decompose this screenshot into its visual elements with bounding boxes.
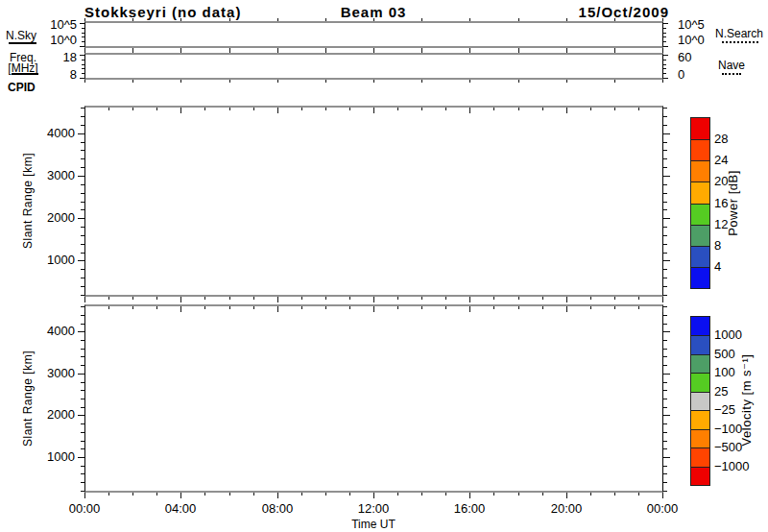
tick-mark [663, 142, 667, 143]
power-colorbar-tick-label: 28 [714, 132, 728, 146]
tick-mark [84, 306, 85, 312]
tick-mark [277, 108, 278, 113]
tick-mark [277, 306, 278, 312]
tick-mark [397, 108, 398, 110]
tick-mark [81, 244, 84, 245]
tick-mark [277, 50, 278, 53]
power-colorbar-segment [691, 160, 709, 181]
tick-mark [349, 493, 350, 496]
tick-mark [663, 390, 667, 391]
tick-mark [663, 184, 667, 185]
tick-mark [82, 64, 84, 65]
power-colorbar-segment [691, 181, 709, 204]
power-colorbar-tick-label: 8 [714, 238, 721, 253]
tick-mark [421, 80, 422, 83]
tick-mark [663, 73, 666, 74]
tick-mark [614, 50, 615, 53]
tick-mark [469, 297, 470, 302]
tick-mark [325, 297, 326, 300]
tick-mark [663, 41, 666, 42]
tick-mark [229, 493, 230, 496]
tick-mark [590, 108, 591, 110]
tick-mark [518, 18, 519, 21]
tick-mark [84, 297, 85, 302]
tick-mark [204, 493, 205, 496]
tick-mark [132, 297, 133, 300]
velocity-colorbar-tick-label: 500 [714, 347, 735, 361]
tick-mark [229, 108, 230, 110]
velocity-colorbar-segment [691, 429, 709, 447]
tick-mark [469, 80, 470, 83]
tick-mark [229, 297, 230, 300]
tick-mark [663, 374, 670, 375]
tick-mark [301, 306, 302, 309]
tick-mark [325, 493, 326, 496]
tick-mark [325, 50, 326, 53]
tick-mark [301, 493, 302, 496]
tick-mark [78, 331, 84, 332]
tick-mark [638, 297, 639, 300]
velocity-ytick-label: 1000 [29, 449, 75, 464]
tick-mark [566, 108, 567, 113]
tick-mark [663, 457, 670, 458]
tick-mark [638, 108, 639, 110]
tick-mark [373, 108, 374, 113]
power-ytick-label: 4000 [29, 126, 75, 140]
tick-mark [78, 457, 84, 458]
tick-mark [493, 493, 494, 496]
tick-mark [156, 108, 157, 110]
tick-mark [663, 315, 667, 316]
tick-mark [663, 202, 667, 203]
tick-mark [518, 306, 519, 309]
power-colorbar-segment [691, 139, 709, 160]
tick-mark [614, 18, 615, 21]
tick-mark [663, 407, 667, 408]
power-colorbar [690, 117, 710, 289]
tick-mark [81, 448, 84, 449]
tick-mark [663, 193, 667, 194]
power-colorbar-segment [691, 118, 709, 139]
tick-mark [542, 306, 543, 309]
tick-mark [81, 491, 84, 492]
tick-mark [81, 441, 84, 442]
tick-mark [662, 493, 663, 498]
tick-mark [663, 68, 666, 69]
tick-mark [663, 253, 667, 254]
nsearch-label: N.Search [715, 27, 763, 40]
tick-mark [566, 297, 567, 302]
tick-mark [82, 68, 84, 69]
tick-mark [80, 78, 84, 79]
tick-mark [663, 399, 667, 399]
velocity-colorbar-title: Velocity [m s⁻¹] [739, 328, 754, 472]
tick-mark [663, 269, 667, 270]
tick-mark [84, 493, 85, 498]
tick-mark [469, 50, 470, 53]
xtick-label: 08:00 [249, 501, 306, 516]
tick-mark [277, 297, 278, 302]
noise-left-tick-label: 10^0 [35, 33, 77, 47]
tick-mark [663, 382, 667, 383]
power-colorbar-segment [691, 246, 709, 267]
tick-mark [518, 108, 519, 110]
tick-mark [81, 278, 84, 278]
power-colorbar-title: Power [dB] [726, 146, 740, 261]
tick-mark [277, 18, 278, 21]
tick-mark [397, 493, 398, 496]
tick-mark [614, 297, 615, 300]
power-ytick-label: 1000 [29, 253, 75, 267]
tick-mark [132, 108, 133, 110]
tick-mark [566, 306, 567, 312]
tick-mark [81, 202, 84, 203]
tick-mark [82, 41, 84, 42]
tick-mark [373, 80, 374, 83]
tick-mark [663, 158, 667, 159]
noise-right-tick-label: 10^5 [678, 17, 705, 32]
superdarn-summary-plot: Stokkseyri (no data) Beam 03 15/Oct/2009… [0, 0, 768, 532]
tick-mark [81, 356, 84, 357]
station-title: Stokkseyri (no data) [84, 4, 241, 20]
tick-mark [663, 60, 666, 60]
tick-mark [229, 80, 230, 83]
tick-mark [663, 415, 670, 416]
tick-mark [566, 493, 567, 498]
tick-mark [542, 297, 543, 300]
